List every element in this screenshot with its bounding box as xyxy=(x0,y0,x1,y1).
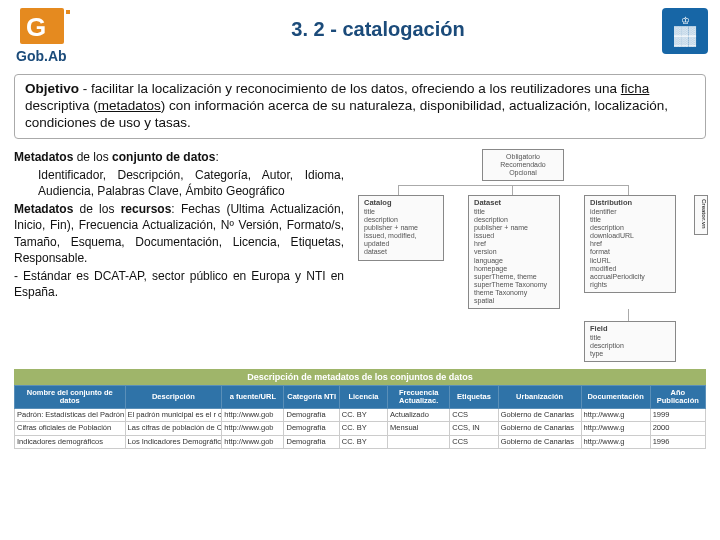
diagram-legend: Obligatorio Recomendado Opcional xyxy=(482,149,564,181)
table-row: Padrón: Estadísticas del Padrón MunicEl … xyxy=(15,409,706,422)
box-field: Fieldtitledescriptiontype xyxy=(584,321,676,363)
objective-label: Objetivo xyxy=(25,81,79,96)
table-header: Urbanización xyxy=(498,385,581,409)
metadata-text: Metadatos de los conjunto de datos: Iden… xyxy=(14,149,344,359)
table-row: Cifras oficiales de PoblaciónLas cifras … xyxy=(15,422,706,435)
page-title: 3. 2 - catalogación xyxy=(94,18,662,41)
table-header: Descripción xyxy=(125,385,222,409)
table-header: Licencia xyxy=(339,385,387,409)
box-creator: Creator.vn xyxy=(694,195,708,235)
box-catalog: Catalogtitledescriptionpublisher + namei… xyxy=(358,195,444,261)
table-header: Etiquetas xyxy=(450,385,498,409)
table-header: Categoría NTI xyxy=(284,385,339,409)
logo-gob-ab: G Gob.Ab xyxy=(12,8,94,68)
table-header: Documentación xyxy=(581,385,650,409)
metadata-table: Nombre del conjunto de datosDescripcióna… xyxy=(14,385,706,449)
table-caption: Descripción de metadatos de los conjunto… xyxy=(14,369,706,385)
dcat-diagram: Obligatorio Recomendado Opcional Catalog… xyxy=(352,149,706,359)
table-header: Año Publicación xyxy=(650,385,705,409)
table-row: Indicadores demográficosLos Indicadores … xyxy=(15,435,706,448)
metadata-table-section: Descripción de metadatos de los conjunto… xyxy=(14,369,706,449)
table-header: Nombre del conjunto de datos xyxy=(15,385,126,409)
box-dataset: Datasettitledescriptionpublisher + namei… xyxy=(468,195,560,309)
table-header: a fuente/URL xyxy=(222,385,284,409)
logo-text: Gob.Ab xyxy=(16,48,67,64)
logo-canarias: ♔▓▓▓▓▓▓ xyxy=(662,8,708,54)
table-header: Frecuencia Actualizac. xyxy=(388,385,450,409)
box-distribution: Distributionidentifiertitledescriptiondo… xyxy=(584,195,676,293)
objective-box: Objetivo - facilitar la localización y r… xyxy=(14,74,706,139)
